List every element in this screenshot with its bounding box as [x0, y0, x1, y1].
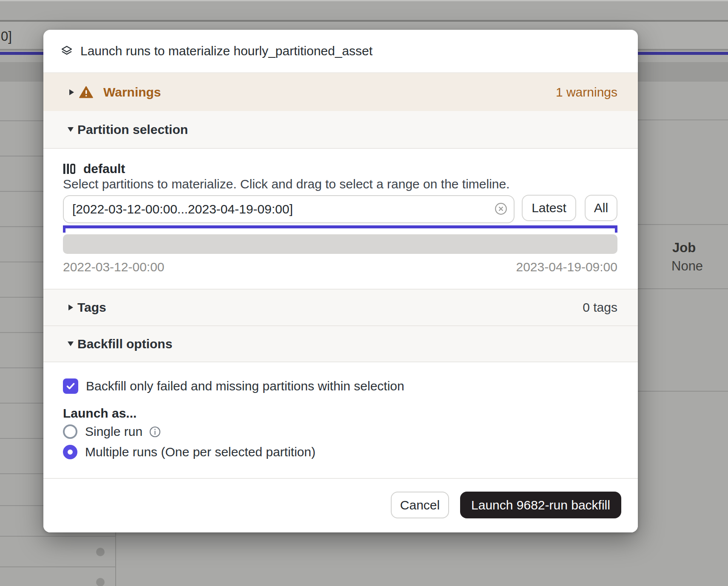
bg-toolbar-band	[0, 1, 728, 20]
dialog-footer: Cancel Launch 9682-run backfill	[43, 478, 638, 532]
timeline-selection-line[interactable]	[63, 225, 617, 228]
dialog-title: Launch runs to materialize hourly_partit…	[80, 44, 373, 58]
chevron-right-icon[interactable]	[68, 89, 75, 95]
multiple-runs-label: Multiple runs (One per selected partitio…	[85, 445, 316, 459]
bg-table-row-line	[638, 224, 728, 225]
bg-table-row-line	[0, 566, 116, 567]
bg-table-row-line	[0, 403, 43, 404]
single-run-radio[interactable]	[63, 424, 77, 439]
warnings-section-header[interactable]: Warnings 1 warnings	[43, 72, 638, 111]
partition-selection-body: default Select partitions to materialize…	[43, 149, 638, 289]
launch-backfill-button[interactable]: Launch 9682-run backfill	[460, 492, 621, 518]
bg-table-row-line	[0, 262, 43, 262]
tags-count: 0 tags	[583, 300, 617, 315]
info-icon[interactable]	[149, 426, 161, 438]
bg-column-divider	[115, 532, 116, 586]
chevron-down-icon[interactable]	[67, 341, 74, 346]
cancel-button[interactable]: Cancel	[391, 492, 449, 518]
bg-table-row-line	[0, 536, 116, 537]
bg-job-column-label: Job	[672, 240, 696, 256]
bg-table-row-line	[0, 438, 43, 439]
all-button[interactable]: All	[585, 195, 617, 221]
partition-helper-text: Select partitions to materialize. Click …	[63, 177, 510, 191]
single-run-label: Single run	[85, 424, 142, 439]
bg-table-row-line	[0, 120, 43, 121]
launch-backfill-dialog: Launch runs to materialize hourly_partit…	[43, 30, 638, 532]
single-run-row: Single run	[63, 424, 161, 439]
timeline-left-tick	[63, 225, 65, 233]
bg-table-row-line	[0, 473, 43, 474]
chevron-down-icon[interactable]	[67, 127, 74, 132]
bg-status-dot	[96, 548, 105, 556]
launch-as-label: Launch as...	[63, 406, 136, 421]
bg-table-row-line	[0, 367, 43, 368]
timeline-labels: 2022-03-12-00:00 2023-04-19-09:00	[63, 260, 617, 274]
warnings-label: Warnings	[103, 85, 161, 100]
tags-section-header[interactable]: Tags 0 tags	[43, 289, 638, 326]
timeline-right-tick	[615, 225, 617, 233]
bg-truncated-text: 0]	[1, 29, 12, 44]
bg-table-row-line	[0, 156, 43, 156]
bg-table-row-line	[0, 226, 43, 227]
backfill-only-failed-label: Backfill only failed and missing partiti…	[86, 379, 404, 393]
bg-table-row-line	[0, 505, 43, 506]
timeline-start-label: 2022-03-12-00:00	[63, 260, 165, 274]
partition-set-row: default	[63, 162, 125, 176]
warnings-count: 1 warnings	[556, 85, 617, 100]
dialog-titlebar: Launch runs to materialize hourly_partit…	[43, 30, 638, 72]
clear-input-icon[interactable]	[494, 202, 508, 216]
bg-table-row-line	[0, 297, 43, 298]
latest-button[interactable]: Latest	[522, 195, 576, 221]
partition-set-name: default	[83, 162, 125, 176]
partition-selection-label: Partition selection	[77, 122, 188, 137]
backfill-only-failed-checkbox[interactable]	[63, 378, 78, 394]
backfill-options-label: Backfill options	[77, 337, 172, 351]
bg-table-row-line	[0, 332, 43, 333]
bg-table-row-line	[638, 288, 728, 289]
partition-range-input[interactable]	[63, 195, 515, 223]
timeline-end-label: 2023-04-19-09:00	[516, 260, 617, 274]
backfill-options-body: Backfill only failed and missing partiti…	[43, 362, 638, 478]
backfill-only-failed-row: Backfill only failed and missing partiti…	[63, 378, 404, 394]
partition-set-icon	[63, 163, 75, 174]
bg-table-row-line	[638, 119, 728, 120]
bg-status-dot	[96, 578, 105, 586]
partition-selection-section-header[interactable]: Partition selection	[43, 111, 638, 149]
tags-label: Tags	[77, 300, 106, 315]
bg-table-row-line	[0, 191, 43, 192]
bg-table-row-line	[638, 391, 728, 392]
multiple-runs-radio[interactable]	[63, 445, 77, 459]
multiple-runs-row: Multiple runs (One per selected partitio…	[63, 445, 316, 459]
chevron-right-icon[interactable]	[67, 304, 74, 310]
backfill-options-section-header[interactable]: Backfill options	[43, 326, 638, 362]
layers-icon	[61, 45, 73, 57]
bg-job-column-value: None	[671, 259, 703, 274]
warning-triangle-icon	[79, 86, 93, 98]
timeline-track[interactable]	[63, 234, 617, 254]
